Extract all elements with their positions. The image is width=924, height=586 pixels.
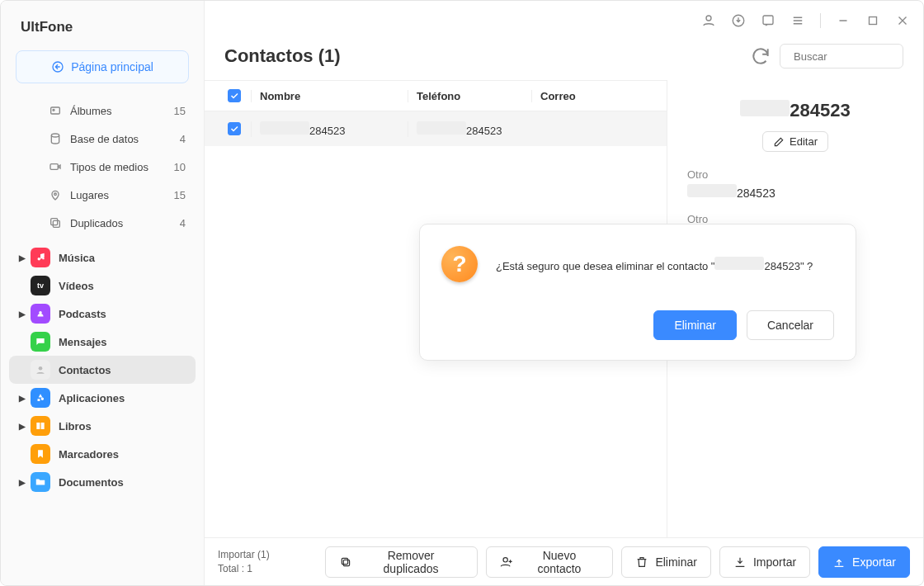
search-input-wrapper[interactable] xyxy=(780,44,903,69)
confirm-dialog: ? ¿Está seguro que desea eliminar el con… xyxy=(419,224,856,361)
home-button[interactable]: Página principal xyxy=(16,50,189,83)
album-icon xyxy=(49,104,62,117)
sidebar-item-places[interactable]: Lugares 15 xyxy=(9,181,196,209)
app-brand: UltFone xyxy=(1,1,204,44)
row-name: 284523 xyxy=(251,121,408,137)
caret-icon: ▶ xyxy=(19,394,27,403)
svg-rect-1 xyxy=(51,107,60,114)
titlebar-divider xyxy=(820,13,821,28)
sidebar-item-count: 4 xyxy=(180,133,186,145)
sidebar-item-bookmarks[interactable]: Marcadores xyxy=(9,440,196,468)
sidebar-item-duplicates[interactable]: Duplicados 4 xyxy=(9,209,196,237)
download-icon[interactable] xyxy=(731,13,746,28)
new-contact-button[interactable]: Nuevo contacto xyxy=(486,546,614,578)
duplicate-icon xyxy=(49,216,62,229)
svg-point-5 xyxy=(54,193,57,196)
caret-icon: ▶ xyxy=(19,422,27,431)
dialog-cancel-button[interactable]: Cancelar xyxy=(747,310,834,340)
media-icon xyxy=(49,160,62,173)
sidebar-item-label: Mensajes xyxy=(59,336,107,348)
messages-icon xyxy=(31,332,50,352)
row-phone: 284523 xyxy=(408,121,531,137)
feedback-icon[interactable] xyxy=(761,13,776,28)
sidebar-item-contacts[interactable]: Contactos xyxy=(9,356,196,384)
sidebar-item-apps[interactable]: ▶ Aplicaciones xyxy=(9,384,196,412)
search-input[interactable] xyxy=(794,50,924,63)
detail-title: 284523 xyxy=(687,100,903,121)
select-all-checkbox[interactable] xyxy=(228,89,241,102)
table-row[interactable]: 284523 284523 xyxy=(205,111,667,146)
account-icon[interactable] xyxy=(701,13,716,28)
sidebar-item-label: Música xyxy=(59,252,95,264)
sidebar-item-database[interactable]: Base de datos 4 xyxy=(9,125,196,153)
page-title: Contactos (1) xyxy=(224,45,750,67)
sidebar-item-albums[interactable]: Álbumes 15 xyxy=(9,97,196,125)
col-name: Nombre xyxy=(251,90,408,102)
svg-rect-13 xyxy=(763,16,773,25)
caret-icon: ▶ xyxy=(19,478,27,487)
col-phone: Teléfono xyxy=(408,90,531,102)
refresh-button[interactable] xyxy=(750,45,771,67)
sidebar-item-label: Álbumes xyxy=(70,105,112,117)
sidebar-item-label: Tipos de medios xyxy=(70,161,148,173)
svg-rect-4 xyxy=(50,164,58,170)
sidebar-item-documents[interactable]: ▶ Documentos xyxy=(9,468,196,496)
edit-icon xyxy=(773,136,785,148)
svg-point-18 xyxy=(503,557,507,561)
edit-button[interactable]: Editar xyxy=(762,131,828,152)
back-arrow-icon xyxy=(51,60,64,73)
sidebar-item-label: Aplicaciones xyxy=(59,392,125,404)
col-mail: Correo xyxy=(531,90,667,102)
sidebar-item-count: 15 xyxy=(174,189,186,201)
sidebar-item-books[interactable]: ▶ Libros xyxy=(9,412,196,440)
import-status: Importar (1) Total : 1 xyxy=(218,548,309,576)
svg-point-8 xyxy=(42,258,44,259)
sidebar-item-messages[interactable]: Mensajes xyxy=(9,328,196,356)
podcast-icon xyxy=(31,304,50,324)
duplicate-icon xyxy=(339,555,352,569)
sidebar-item-label: Duplicados xyxy=(70,217,123,229)
apps-icon xyxy=(31,388,50,408)
dialog-delete-button[interactable]: Eliminar xyxy=(653,310,737,340)
svg-rect-14 xyxy=(870,17,877,25)
sidebar-item-podcasts[interactable]: ▶ Podcasts xyxy=(9,300,196,328)
sidebar-item-count: 15 xyxy=(174,105,186,117)
sidebar-item-music[interactable]: ▶ Música xyxy=(9,243,196,272)
upload-icon xyxy=(832,555,846,569)
svg-rect-17 xyxy=(342,558,347,564)
music-icon xyxy=(31,248,50,267)
sidebar-item-label: Contactos xyxy=(59,364,111,376)
contacts-icon xyxy=(31,360,50,380)
sidebar-item-label: Base de datos xyxy=(70,133,139,145)
trash-icon xyxy=(635,555,648,569)
person-add-icon xyxy=(500,555,513,569)
minimize-icon[interactable] xyxy=(836,13,851,28)
caret-icon: ▶ xyxy=(19,310,27,319)
download-icon xyxy=(733,555,747,569)
svg-point-3 xyxy=(51,134,59,137)
menu-icon[interactable] xyxy=(790,13,805,28)
pin-icon xyxy=(49,188,62,201)
maximize-icon[interactable] xyxy=(865,13,880,28)
sidebar-item-label: Documentos xyxy=(59,476,124,489)
sidebar-item-label: Lugares xyxy=(70,189,109,201)
export-button[interactable]: Exportar xyxy=(818,546,910,578)
sidebar-item-label: Libros xyxy=(59,420,92,432)
svg-point-10 xyxy=(39,366,43,371)
sidebar-item-videos[interactable]: tv Vídeos xyxy=(9,272,196,300)
svg-rect-16 xyxy=(343,560,349,565)
svg-rect-7 xyxy=(51,219,58,225)
sidebar-item-label: Podcasts xyxy=(59,308,106,320)
sidebar-item-count: 4 xyxy=(180,217,186,229)
close-icon[interactable] xyxy=(895,13,910,28)
sidebar-item-label: Vídeos xyxy=(59,280,94,292)
delete-button[interactable]: Eliminar xyxy=(621,546,711,578)
svg-point-11 xyxy=(706,16,711,21)
svg-rect-6 xyxy=(53,220,59,227)
import-button[interactable]: Importar xyxy=(719,546,810,578)
field-label: Otro xyxy=(687,168,903,181)
remove-duplicates-button[interactable]: Remover duplicados xyxy=(325,546,478,578)
row-checkbox[interactable] xyxy=(228,122,241,135)
sidebar-item-label: Marcadores xyxy=(59,448,119,461)
sidebar-item-media-types[interactable]: Tipos de medios 10 xyxy=(9,153,196,181)
